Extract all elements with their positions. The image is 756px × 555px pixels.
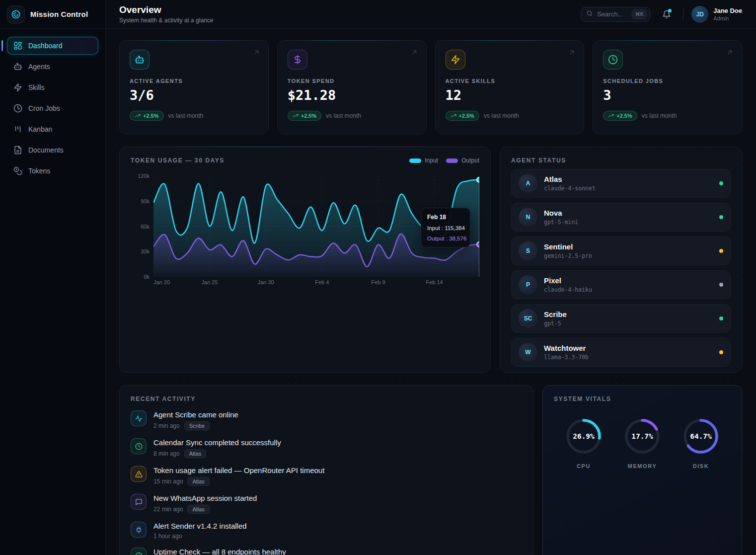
activity-tag: Atlas: [187, 477, 209, 486]
agent-model: claude-4-sonnet: [544, 185, 596, 192]
agent-name: Pixel: [544, 276, 592, 285]
notification-dot: [668, 9, 672, 12]
cpu-value: 26.9%: [565, 417, 603, 455]
main-area: Overview System health & activity at a g…: [106, 0, 756, 555]
header: Overview System health & activity at a g…: [106, 0, 756, 29]
dollar-icon: [288, 50, 307, 70]
clock-icon: [13, 104, 22, 113]
clock-icon: [131, 438, 147, 454]
sidebar-item-label: Cron Jobs: [28, 104, 60, 112]
legend-input: Input: [409, 157, 438, 164]
token-usage-chart[interactable]: 120k 90k 60k 30k 0k: [131, 176, 479, 288]
recent-activity-panel: RECENT ACTIVITY Agent Scribe came online…: [119, 385, 533, 555]
activity-title: Token usage alert failed — OpenRouter AP…: [153, 466, 324, 475]
tooltip-input: Input : 115,384: [427, 225, 464, 231]
clock-icon: [603, 50, 623, 70]
recent-activity-title: RECENT ACTIVITY: [131, 396, 522, 402]
activity-tag: Atlas: [187, 505, 209, 514]
stats-row: ACTIVE AGENTS 3/6 +2.5% vs last month TO…: [119, 40, 742, 134]
kanban-icon: [13, 125, 22, 134]
stat-label: ACTIVE SKILLS: [446, 78, 574, 84]
stat-card-token-spend[interactable]: TOKEN SPEND $21.28 +2.5% vs last month: [277, 40, 427, 134]
activity-icon: [131, 410, 147, 426]
activity-time: 2 min ago: [153, 422, 180, 429]
stat-value: $21.28: [288, 87, 416, 103]
sidebar-item-label: Documents: [28, 146, 64, 154]
activity-item: Uptime Check — all 8 endpoints healthy 1…: [131, 548, 522, 555]
stat-card-active-agents[interactable]: ACTIVE AGENTS 3/6 +2.5% vs last month: [119, 40, 269, 134]
brand[interactable]: Mission Control: [0, 0, 105, 29]
arrow-up-right-icon: [411, 49, 418, 58]
bot-icon: [13, 62, 22, 71]
stat-label: SCHEDULED JOBS: [603, 78, 732, 84]
status-dot: [719, 317, 723, 320]
stat-label: TOKEN SPEND: [288, 78, 416, 84]
sidebar-item-label: Kanban: [28, 125, 52, 133]
delta-badge: +2.5%: [130, 111, 164, 121]
stat-note: vs last month: [168, 112, 204, 119]
sidebar-item-tokens[interactable]: Tokens: [7, 162, 98, 180]
chart-legend: Input Output: [409, 157, 479, 164]
stat-label: ACTIVE AGENTS: [130, 78, 258, 84]
status-dot: [719, 350, 723, 354]
agent-row-pixel[interactable]: P Pixel claude-4-haiku: [511, 270, 731, 299]
memory-value: 17.7%: [623, 417, 661, 455]
agent-status-title: AGENT STATUS: [511, 157, 731, 164]
delta-badge: +2.5%: [288, 111, 322, 121]
agent-name: Atlas: [544, 175, 596, 183]
token-usage-chart-panel: TOKEN USAGE — 30 DAYS Input Output: [119, 147, 491, 373]
activity-title: Alert Sender v1.4.2 installed: [153, 522, 247, 530]
divider: [683, 8, 683, 20]
agent-row-atlas[interactable]: A Atlas claude-4-sonnet: [511, 169, 731, 198]
sidebar-item-label: Skills: [28, 83, 45, 91]
stat-card-active-skills[interactable]: ACTIVE SKILLS 12 +2.5% vs last month: [435, 40, 585, 134]
arrow-up-right-icon: [726, 49, 734, 58]
avatar: A: [519, 174, 537, 193]
sidebar: Mission Control Dashboard Agents Skills …: [0, 0, 106, 555]
input-swatch-icon: [409, 159, 421, 163]
agent-row-nova[interactable]: N Nova gpt-5-mini: [511, 203, 731, 232]
arrow-up-right-icon: [253, 49, 260, 58]
activity-title: Uptime Check — all 8 endpoints healthy: [153, 548, 286, 555]
plug-icon: [131, 522, 147, 538]
agent-model: gpt-5: [544, 320, 567, 327]
stat-note: vs last month: [642, 112, 677, 119]
stat-value: 12: [446, 87, 574, 103]
activity-item: New WhatsApp session started 22 min agoA…: [131, 494, 522, 514]
dashboard-icon: [13, 41, 22, 50]
message-icon: [131, 494, 147, 510]
sidebar-item-dashboard[interactable]: Dashboard: [7, 37, 98, 55]
search-shortcut-kbd: ⌘K: [632, 9, 647, 19]
cpu-label: CPU: [577, 463, 591, 469]
notifications-button[interactable]: [658, 6, 675, 23]
stat-card-scheduled-jobs[interactable]: SCHEDULED JOBS 3 +2.5% vs last month: [593, 40, 742, 134]
sidebar-item-documents[interactable]: Documents: [7, 141, 98, 159]
sidebar-item-agents[interactable]: Agents: [7, 58, 98, 76]
sidebar-item-cron-jobs[interactable]: Cron Jobs: [7, 99, 98, 117]
avatar: N: [519, 208, 537, 227]
avatar: SC: [519, 309, 537, 328]
agent-row-scribe[interactable]: SC Scribe gpt-5: [511, 304, 731, 333]
user-menu[interactable]: JD Jane Doe Admin: [691, 6, 742, 23]
agent-row-watchtower[interactable]: W Watchtower llama-3.3-70b: [511, 338, 731, 367]
sidebar-item-label: Agents: [28, 63, 50, 71]
agent-row-sentinel[interactable]: S Sentinel gemini-2.5-pro: [511, 237, 731, 265]
sidebar-item-skills[interactable]: Skills: [7, 79, 98, 96]
stat-value: 3: [603, 87, 732, 103]
agent-model: gemini-2.5-pro: [544, 252, 592, 259]
system-vitals-panel: SYSTEM VITALS 26.9% CPU 1: [542, 385, 742, 555]
activity-tag: Scribe: [184, 421, 210, 430]
agent-status-panel: AGENT STATUS A Atlas claude-4-sonnet N N…: [500, 147, 742, 373]
activity-title: New WhatsApp session started: [153, 494, 257, 502]
disk-label: DISK: [693, 463, 709, 469]
search-box[interactable]: ⌘K: [581, 7, 650, 22]
search-input[interactable]: [597, 10, 627, 18]
stat-value: 3/6: [130, 87, 258, 103]
trending-up-icon: [135, 113, 141, 119]
output-swatch-icon: [446, 159, 458, 163]
page-title: Overview: [119, 4, 213, 15]
chart-y-axis: 120k 90k 60k 30k 0k: [131, 176, 150, 277]
sidebar-item-kanban[interactable]: Kanban: [7, 120, 98, 138]
avatar: JD: [691, 6, 708, 23]
avatar: W: [519, 343, 537, 362]
